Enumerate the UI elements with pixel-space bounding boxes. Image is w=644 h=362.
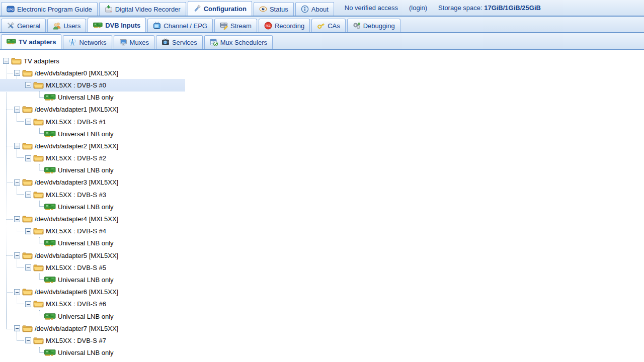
tree-row-tuner[interactable]: MXL5XX : DVB-S #3 <box>0 189 644 201</box>
storage-value: 17GiB/1GiB/25GiB <box>484 4 541 12</box>
tree-row-adapter[interactable]: /dev/dvb/adapter2 [MXL5XX] <box>0 140 644 152</box>
collapse-icon[interactable] <box>25 337 31 343</box>
tree-node-label: /dev/dvb/adapter7 [MXL5XX] <box>35 325 118 332</box>
tv-icon <box>153 22 161 30</box>
tree-node-label: /dev/dvb/adapter3 [MXL5XX] <box>35 178 118 186</box>
pci-card-icon <box>44 131 56 137</box>
pci-card-icon <box>44 277 56 283</box>
tree-elbow-line <box>39 237 44 243</box>
collapse-icon[interactable] <box>3 58 9 64</box>
collapse-icon[interactable] <box>14 179 20 186</box>
tab-recording[interactable]: Recording <box>259 19 310 32</box>
tree-row-tuner[interactable]: MXL5XX : DVB-S #6 <box>0 298 644 310</box>
collapse-icon[interactable] <box>14 252 20 258</box>
collapse-icon[interactable] <box>14 143 20 149</box>
tree-row-adapter[interactable]: /dev/dvb/adapter5 [MXL5XX] <box>0 249 644 261</box>
tree-row-adapter[interactable]: /dev/dvb/adapter7 [MXL5XX] <box>0 322 644 334</box>
tree-row-lnb[interactable]: Universal LNB only <box>0 274 644 286</box>
tab-channel-epg[interactable]: Channel / EPG <box>147 19 213 32</box>
collapse-icon[interactable] <box>14 289 20 295</box>
tab-about[interactable]: About <box>295 2 334 16</box>
collapse-icon[interactable] <box>14 325 20 331</box>
folder-icon <box>33 264 44 272</box>
collapse-icon[interactable] <box>25 119 31 125</box>
tree-row-lnb[interactable]: Universal LNB only <box>0 128 644 140</box>
folder-icon <box>33 227 44 235</box>
tab-label: Recording <box>275 22 304 30</box>
tab-status[interactable]: Status <box>254 2 294 16</box>
tree-row-adapter[interactable]: /dev/dvb/adapter3 [MXL5XX] <box>0 176 644 189</box>
login-link[interactable]: (login) <box>409 4 427 12</box>
pci-card-icon <box>44 204 56 210</box>
tab-users[interactable]: Users <box>47 19 86 32</box>
tab-label: About <box>311 6 329 13</box>
folder-icon <box>33 300 44 308</box>
tree-row-lnb[interactable]: Universal LNB only <box>0 92 644 104</box>
tree-node-label: Universal LNB only <box>58 203 114 211</box>
tree-node-label: Universal LNB only <box>58 349 114 356</box>
tree-row-lnb[interactable]: Universal LNB only <box>0 347 644 359</box>
tab-label: Status <box>270 6 288 13</box>
collapse-icon[interactable] <box>14 70 20 76</box>
users-icon <box>53 22 61 30</box>
tree-node-label: Universal LNB only <box>58 130 114 138</box>
tree-row-tuner-selected[interactable]: MXL5XX : DVB-S #0 <box>0 79 644 91</box>
folder-icon <box>22 215 33 223</box>
tree-row-adapter[interactable]: /dev/dvb/adapter4 [MXL5XX] <box>0 213 644 225</box>
folder-icon <box>33 337 44 344</box>
tab-stream[interactable]: Stream <box>214 19 257 32</box>
tree-row-root[interactable]: TV adapters <box>0 55 644 67</box>
tab-dvb-inputs[interactable]: DVB Inputs <box>88 18 146 32</box>
tab-services[interactable]: Services <box>156 35 203 49</box>
tab-label: Channel / EPG <box>164 22 207 30</box>
tree-row-tuner[interactable]: MXL5XX : DVB-S #2 <box>0 152 644 164</box>
tree-row-tuner[interactable]: MXL5XX : DVB-S #1 <box>0 116 644 128</box>
tree-row-lnb[interactable]: Universal LNB only <box>0 310 644 322</box>
collapse-icon[interactable] <box>14 216 20 222</box>
dvb-inputs-tab-bar: TV adapters Networks Muxes Services Mux … <box>0 33 644 50</box>
tree-row-tuner[interactable]: MXL5XX : DVB-S #5 <box>0 261 644 274</box>
collapse-icon[interactable] <box>25 82 31 88</box>
collapse-icon[interactable] <box>25 155 31 161</box>
tree-node-label: Universal LNB only <box>58 94 114 101</box>
tree-row-adapter[interactable]: /dev/dvb/adapter6 [MXL5XX] <box>0 286 644 298</box>
tree-row-adapter[interactable]: /dev/dvb/adapter1 [MXL5XX] <box>0 104 644 116</box>
tab-configuration[interactable]: Configuration <box>188 1 252 16</box>
tab-cas[interactable]: CAs <box>311 19 346 32</box>
wrench-icon <box>193 5 201 13</box>
folder-icon <box>33 81 44 89</box>
tree-row-lnb[interactable]: Universal LNB only <box>0 201 644 213</box>
collapse-icon[interactable] <box>25 264 31 270</box>
storage-label: Storage space: <box>438 4 482 12</box>
collapse-icon[interactable] <box>25 228 31 234</box>
collapse-icon[interactable] <box>25 301 31 307</box>
epg-icon <box>7 5 15 13</box>
tools-icon <box>7 22 15 30</box>
antenna-icon <box>68 38 76 46</box>
pci-card-icon <box>44 313 56 320</box>
tree-row-tuner[interactable]: MXL5XX : DVB-S #7 <box>0 334 644 346</box>
tree-node-label: MXL5XX : DVB-S #2 <box>46 154 106 162</box>
folder-icon <box>22 69 33 77</box>
tree-row-tuner[interactable]: MXL5XX : DVB-S #4 <box>0 225 644 237</box>
tab-networks[interactable]: Networks <box>63 35 112 49</box>
tab-digital-video-recorder[interactable]: Digital Video Recorder <box>99 2 186 16</box>
tree-row-lnb[interactable]: Universal LNB only <box>0 164 644 176</box>
tab-debugging[interactable]: Debugging <box>347 19 400 32</box>
tree-row-adapter[interactable]: /dev/dvb/adapter0 [MXL5XX] <box>0 67 644 79</box>
tab-mux-schedulers[interactable]: Mux Schedulers <box>204 35 273 49</box>
tree-node-label: MXL5XX : DVB-S #4 <box>46 227 106 235</box>
tab-general[interactable]: General <box>1 19 46 32</box>
collapse-icon[interactable] <box>25 192 31 198</box>
tree-node-label: MXL5XX : DVB-S #6 <box>46 300 106 308</box>
main-tab-bar: Electronic Program Guide Digital Video R… <box>0 0 644 17</box>
tab-muxes[interactable]: Muxes <box>114 35 154 49</box>
folder-icon <box>11 57 22 65</box>
folder-icon <box>33 191 44 199</box>
tab-electronic-program-guide[interactable]: Electronic Program Guide <box>1 2 98 16</box>
tree-node-label: MXL5XX : DVB-S #3 <box>46 191 106 199</box>
folder-icon <box>22 106 33 113</box>
tab-tv-adapters[interactable]: TV adapters <box>1 34 61 49</box>
tree-row-lnb[interactable]: Universal LNB only <box>0 237 644 249</box>
collapse-icon[interactable] <box>14 107 20 113</box>
